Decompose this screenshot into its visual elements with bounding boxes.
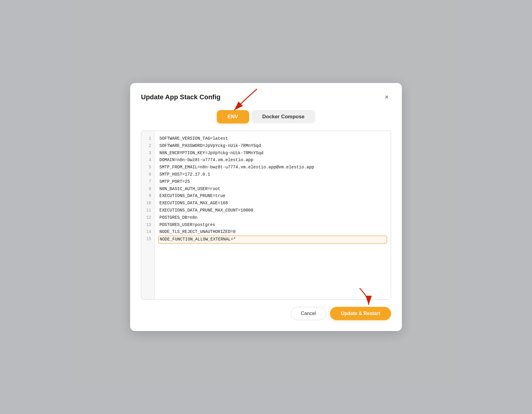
code-line: SOFTWARE_PASSWORD=JpVpYckg-nUik-7RMnYSqd [159, 142, 386, 150]
line-number: 2 [146, 142, 151, 150]
modal: Update App Stack Config × ENV Docker Com… [130, 83, 402, 331]
line-number: 3 [146, 150, 151, 157]
line-number: 14 [146, 228, 151, 236]
code-line: SOFTWARE_VERSION_TAG=latest [159, 135, 386, 142]
modal-overlay: Update App Stack Config × ENV Docker Com… [0, 0, 532, 414]
cancel-button[interactable]: Cancel [291, 307, 326, 320]
tab-bar: ENV Docker Compose [141, 110, 391, 123]
tab-docker-compose[interactable]: Docker Compose [252, 110, 316, 123]
line-number: 1 [146, 135, 151, 142]
editor-area: 123456789101112131415 SOFTWARE_VERSION_T… [141, 131, 391, 300]
modal-header: Update App Stack Config × [141, 93, 391, 102]
line-number: 9 [146, 193, 151, 200]
code-line: SMTP_PORT=25 [159, 178, 386, 186]
code-line: N8N_ENCRYPTION_KEY=JpVpYckg-nUik-7RMnYSq… [159, 150, 386, 157]
line-number: 7 [146, 178, 151, 186]
line-number: 6 [146, 171, 151, 178]
update-restart-button[interactable]: Update & Restart [330, 307, 391, 320]
line-number: 12 [146, 214, 151, 221]
line-number: 10 [146, 200, 151, 207]
code-line: NODE_FUNCTION_ALLOW_EXTERNAL=* [158, 236, 387, 244]
line-numbers: 123456789101112131415 [141, 131, 155, 299]
code-line: EXECUTIONS_DATA_PRUNE_MAX_COUNT=10000 [159, 207, 386, 214]
code-line: NODE_TLS_REJECT_UNAUTHORIZED=0 [159, 228, 386, 236]
code-line: N8N_BASIC_AUTH_USER=root [159, 186, 386, 193]
code-line: SMTP_FROM_EMAIL=n8n-bwz8t-u7774.vm.elest… [159, 164, 386, 171]
code-line: DOMAIN=n8n-bwz8t-u7774.vm.elestio.app [159, 157, 386, 164]
line-number: 15 [146, 236, 151, 243]
code-line: SMTP_HOST=172.17.0.1 [159, 171, 386, 178]
code-editor[interactable]: SOFTWARE_VERSION_TAG=latestSOFTWARE_PASS… [155, 131, 391, 299]
footer-actions: Cancel Update & Restart [141, 307, 391, 320]
line-number: 11 [146, 207, 151, 214]
line-number: 5 [146, 164, 151, 171]
line-number: 8 [146, 186, 151, 193]
code-line: EXECUTIONS_DATA_MAX_AGE=168 [159, 200, 386, 207]
line-number: 13 [146, 221, 151, 229]
code-line: EXECUTIONS_DATA_PRUNE=true [159, 193, 386, 200]
tab-env[interactable]: ENV [217, 110, 249, 123]
code-line: POSTGRES_DB=n8n [159, 214, 386, 221]
line-number: 4 [146, 157, 151, 164]
code-line: POSTGRES_USER=postgres [159, 221, 386, 229]
modal-title: Update App Stack Config [141, 93, 220, 101]
close-button[interactable]: × [382, 93, 391, 102]
